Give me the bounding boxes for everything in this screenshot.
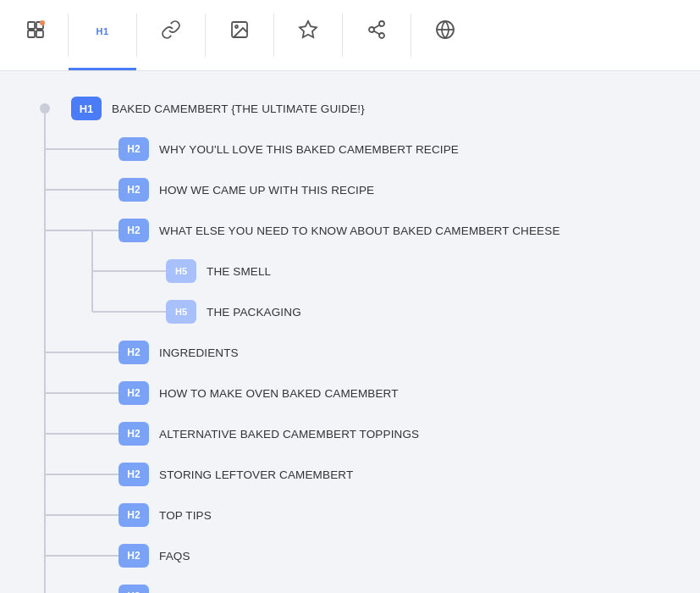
indent-spacer (20, 291, 166, 332)
heading-row-12[interactable]: H2 Baked Camembert {The Ultimate Guide!} (20, 576, 680, 593)
indent-spacer (20, 332, 119, 373)
heading-row-7[interactable]: H2 HOW TO MAKE OVEN BAKED CAMEMBERT (20, 373, 680, 413)
heading-content-6: H2 INGREDIENTS (119, 341, 680, 364)
heading-text-9: STORING LEFTOVER CAMEMBERT (159, 468, 353, 481)
nav-images[interactable] (206, 0, 273, 70)
svg-rect-0 (28, 22, 35, 29)
heading-content-1: H2 WHY YOU'LL LOVE THIS BAKED CAMEMBERT … (119, 137, 680, 161)
nav-social[interactable] (343, 0, 411, 70)
heading-badge-0: H1 (71, 97, 102, 120)
heading-text-5: THE PACKAGING (207, 306, 301, 319)
heading-text-4: THE SMELL (207, 265, 271, 278)
heading-row-9[interactable]: H2 STORING LEFTOVER CAMEMBERT (20, 454, 680, 495)
heading-badge-1: H2 (119, 137, 149, 161)
heading-badge-12: H2 (119, 585, 149, 593)
heading-content-8: H2 ALTERNATIVE BAKED CAMEMBERT TOPPINGS (119, 422, 680, 446)
overview-icon (25, 19, 46, 43)
svg-rect-2 (28, 30, 35, 37)
top-nav: H1 (0, 0, 700, 71)
nav-overview[interactable] (0, 0, 68, 70)
svg-rect-3 (36, 30, 43, 37)
main-content: H1 BAKED CAMEMBERT {THE ULTIMATE GUIDE!}… (0, 71, 700, 593)
heading-text-10: TOP TIPS (159, 509, 212, 522)
heading-text-8: ALTERNATIVE BAKED CAMEMBERT TOPPINGS (159, 428, 419, 441)
heading-row-4[interactable]: H5 THE SMELL (20, 251, 680, 291)
svg-line-11 (374, 31, 380, 35)
heading-text-11: FAQS (159, 550, 190, 563)
indent-spacer (20, 129, 119, 169)
svg-point-10 (379, 33, 384, 38)
heading-content-0: H1 BAKED CAMEMBERT {THE ULTIMATE GUIDE!} (71, 97, 680, 120)
tools-icon (435, 19, 455, 43)
svg-point-4 (40, 20, 45, 25)
nav-links[interactable] (137, 0, 205, 70)
indent-spacer (20, 413, 119, 454)
heading-content-9: H2 STORING LEFTOVER CAMEMBERT (119, 463, 680, 486)
heading-row-0[interactable]: H1 BAKED CAMEMBERT {THE ULTIMATE GUIDE!} (20, 88, 680, 129)
heading-badge-5: H5 (166, 300, 196, 324)
svg-marker-7 (300, 21, 317, 37)
images-icon (229, 19, 250, 43)
heading-row-5[interactable]: H5 THE PACKAGING (20, 291, 680, 332)
svg-point-9 (369, 27, 374, 32)
indent-spacer (20, 535, 119, 576)
heading-content-4: H5 THE SMELL (166, 259, 680, 283)
heading-content-11: H2 FAQS (119, 544, 680, 568)
heading-badge-2: H2 (119, 178, 149, 202)
heading-content-7: H2 HOW TO MAKE OVEN BAKED CAMEMBERT (119, 381, 680, 405)
heading-badge-6: H2 (119, 341, 149, 364)
heading-row-6[interactable]: H2 INGREDIENTS (20, 332, 680, 373)
heading-content-5: H5 THE PACKAGING (166, 300, 680, 324)
heading-text-6: INGREDIENTS (159, 346, 239, 359)
svg-line-12 (374, 25, 380, 29)
indent-spacer (20, 210, 119, 251)
heading-text-12: Baked Camembert {The Ultimate Guide!} (159, 590, 371, 594)
heading-row-10[interactable]: H2 TOP TIPS (20, 495, 680, 535)
heading-content-10: H2 TOP TIPS (119, 503, 680, 527)
heading-text-7: HOW TO MAKE OVEN BAKED CAMEMBERT (159, 387, 399, 400)
heading-badge-9: H2 (119, 463, 149, 486)
indent-spacer (20, 169, 119, 210)
headings-h1-badge: H1 (96, 26, 108, 36)
heading-content-2: H2 HOW WE CAME UP WITH THIS RECIPE (119, 178, 680, 202)
heading-text-2: HOW WE CAME UP WITH THIS RECIPE (159, 184, 374, 197)
indent-spacer (20, 373, 119, 413)
heading-row-11[interactable]: H2 FAQS (20, 535, 680, 576)
heading-badge-10: H2 (119, 503, 149, 527)
heading-text-0: BAKED CAMEMBERT {THE ULTIMATE GUIDE!} (112, 103, 365, 115)
svg-point-8 (379, 21, 384, 26)
svg-point-6 (235, 25, 238, 28)
links-icon (161, 19, 181, 43)
indent-spacer (20, 576, 119, 593)
heading-tree: H1 BAKED CAMEMBERT {THE ULTIMATE GUIDE!}… (20, 88, 680, 593)
indent-spacer (20, 495, 119, 535)
nav-schema[interactable] (274, 0, 342, 70)
heading-text-3: WHAT ELSE YOU NEED TO KNOW ABOUT BAKED C… (159, 224, 560, 237)
indent-spacer (20, 251, 166, 291)
nav-headings[interactable]: H1 (69, 0, 136, 70)
heading-content-3: H2 WHAT ELSE YOU NEED TO KNOW ABOUT BAKE… (119, 219, 680, 242)
heading-content-12: H2 Baked Camembert {The Ultimate Guide!} (119, 585, 680, 593)
heading-text-1: WHY YOU'LL LOVE THIS BAKED CAMEMBERT REC… (159, 143, 459, 156)
heading-badge-4: H5 (166, 259, 196, 283)
social-icon (367, 19, 387, 43)
schema-icon (298, 19, 318, 43)
heading-row-3[interactable]: H2 WHAT ELSE YOU NEED TO KNOW ABOUT BAKE… (20, 210, 680, 251)
heading-badge-8: H2 (119, 422, 149, 446)
heading-badge-3: H2 (119, 219, 149, 242)
nav-tools[interactable] (411, 0, 479, 70)
heading-badge-7: H2 (119, 381, 149, 405)
heading-row-2[interactable]: H2 HOW WE CAME UP WITH THIS RECIPE (20, 169, 680, 210)
heading-badge-11: H2 (119, 544, 149, 568)
indent-spacer (20, 88, 71, 129)
heading-row-8[interactable]: H2 ALTERNATIVE BAKED CAMEMBERT TOPPINGS (20, 413, 680, 454)
indent-spacer (20, 454, 119, 495)
heading-row-1[interactable]: H2 WHY YOU'LL LOVE THIS BAKED CAMEMBERT … (20, 129, 680, 169)
